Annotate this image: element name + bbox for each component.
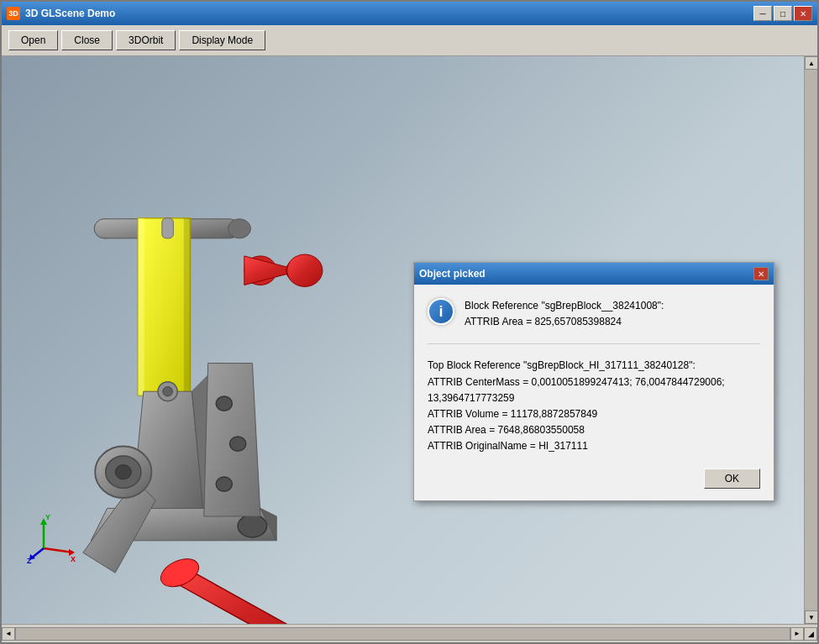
svg-rect-22 bbox=[162, 218, 173, 238]
dialog-line1: Block Reference "sgBrepBlock__38241008": bbox=[465, 300, 664, 312]
window-close-button[interactable]: ✕ bbox=[794, 6, 812, 21]
dialog-line2: ATTRIB Area = 825,657085398824 bbox=[465, 316, 622, 327]
svg-rect-5 bbox=[184, 218, 191, 395]
svg-point-10 bbox=[238, 515, 267, 537]
svg-text:X: X bbox=[71, 555, 76, 563]
svg-rect-3 bbox=[138, 218, 190, 395]
close-button[interactable]: Close bbox=[61, 30, 113, 50]
dialog-detail-line-6: ATTRIB OriginalName = HI_317111 bbox=[428, 438, 760, 454]
dialog-title-bar: Object picked ✕ bbox=[414, 263, 774, 285]
dialog-ok-button[interactable]: OK bbox=[704, 469, 760, 489]
svg-line-23 bbox=[44, 548, 73, 552]
viewport[interactable]: X Y Z Object picked ✕ i Block Reference … bbox=[2, 56, 804, 624]
open-button[interactable]: Open bbox=[8, 30, 58, 50]
scroll-left-button[interactable]: ◄ bbox=[2, 627, 15, 641]
toolbar: Open Close 3DOrbit Display Mode bbox=[2, 25, 817, 56]
svg-point-16 bbox=[216, 477, 232, 491]
dialog-detail-text: Top Block Reference "sgBrepBlock_HI_3171… bbox=[428, 358, 760, 454]
vertical-scroll-track[interactable] bbox=[805, 70, 817, 610]
status-bar: ◄ ► ◢ bbox=[2, 624, 817, 642]
dialog-footer: OK bbox=[414, 469, 774, 500]
resize-grip[interactable]: ◢ bbox=[804, 627, 817, 641]
title-bar-left: 3D 3D GLScene Demo bbox=[7, 7, 115, 20]
svg-rect-4 bbox=[138, 218, 144, 395]
scroll-down-button[interactable]: ▼ bbox=[805, 610, 817, 624]
dialog-detail-line-3: 13,3964717773259 bbox=[428, 390, 760, 406]
display-mode-button[interactable]: Display Mode bbox=[179, 30, 265, 50]
svg-point-8 bbox=[287, 254, 323, 286]
vertical-scrollbar[interactable]: ▲ ▼ bbox=[804, 56, 817, 624]
dialog-detail-line-2: ATTRIB CenterMass = 0,0010051899247413; … bbox=[428, 374, 760, 390]
maximize-button[interactable]: □ bbox=[774, 6, 792, 21]
scroll-up-button[interactable]: ▲ bbox=[805, 56, 817, 70]
svg-point-14 bbox=[216, 396, 232, 411]
svg-point-15 bbox=[230, 437, 246, 451]
3dorbit-button[interactable]: 3DOrbit bbox=[116, 30, 176, 50]
dialog-detail-line-4: ATTRIB Volume = 11178,8872857849 bbox=[428, 406, 760, 422]
coordinate-axes: X Y Z bbox=[27, 515, 77, 565]
dialog-info-row: i Block Reference "sgBrepBlock__38241008… bbox=[428, 298, 760, 330]
svg-point-13 bbox=[115, 465, 131, 479]
info-icon: i bbox=[428, 298, 454, 325]
dialog-content: i Block Reference "sgBrepBlock__38241008… bbox=[414, 285, 774, 469]
title-bar: 3D 3D GLScene Demo ─ □ ✕ bbox=[2, 2, 817, 25]
scroll-right-button[interactable]: ► bbox=[790, 627, 804, 641]
dialog-close-button[interactable]: ✕ bbox=[753, 267, 769, 280]
dialog-detail-line-5: ATTRIB Area = 7648,86803550058 bbox=[428, 422, 760, 438]
title-controls: ─ □ ✕ bbox=[753, 6, 812, 21]
dialog-primary-text: Block Reference "sgBrepBlock__38241008":… bbox=[465, 298, 664, 330]
model-svg bbox=[18, 107, 422, 624]
horizontal-scroll-track[interactable] bbox=[15, 627, 790, 641]
object-picked-dialog: Object picked ✕ i Block Reference "sgBre… bbox=[413, 262, 774, 501]
app-icon: 3D bbox=[7, 7, 20, 20]
main-window: 3D 3D GLScene Demo ─ □ ✕ Open Close 3DOr… bbox=[0, 0, 819, 644]
window-title: 3D GLScene Demo bbox=[25, 8, 115, 19]
horizontal-scrollbar[interactable]: ◄ ► bbox=[2, 627, 804, 641]
dialog-title: Object picked bbox=[419, 268, 486, 280]
svg-point-21 bbox=[163, 386, 173, 396]
dialog-detail-line-1: Top Block Reference "sgBrepBlock_HI_3171… bbox=[428, 358, 760, 374]
dialog-separator bbox=[428, 343, 760, 344]
svg-text:Y: Y bbox=[45, 515, 50, 521]
minimize-button[interactable]: ─ bbox=[753, 6, 772, 21]
svg-point-2 bbox=[228, 219, 251, 238]
svg-text:Z: Z bbox=[27, 557, 32, 565]
main-area: X Y Z Object picked ✕ i Block Reference … bbox=[2, 56, 817, 624]
